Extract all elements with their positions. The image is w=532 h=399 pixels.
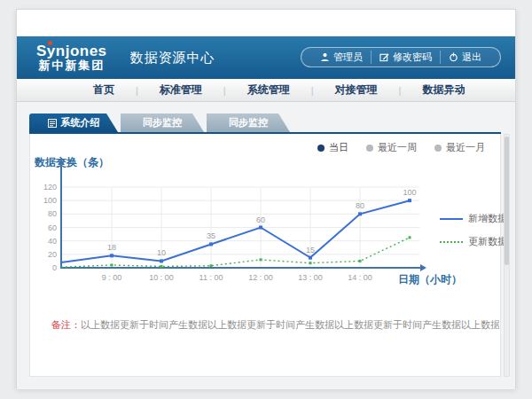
svg-text:15: 15 <box>306 246 315 254</box>
radio-dot-icon <box>317 145 325 152</box>
tab-label: 同步监控 <box>229 116 268 129</box>
svg-text:9 : 00: 9 : 00 <box>102 273 122 282</box>
edit-icon <box>379 52 389 62</box>
svg-text:35: 35 <box>207 231 215 240</box>
svg-text:12 : 00: 12 : 00 <box>248 273 273 282</box>
app-window: Synjones 新中新集团 数据资源中心 管理员 修改密码 退 <box>16 9 516 388</box>
svg-text:60: 60 <box>48 223 57 232</box>
radio-dot-icon <box>434 145 442 152</box>
user-icon <box>320 52 330 62</box>
change-password-button[interactable]: 修改密码 <box>371 51 440 64</box>
svg-text:14 : 00: 14 : 00 <box>348 273 372 282</box>
footnote-text: 以上数据更新于时间产生数据以上数据更新于时间产生数据以上数据更新于时间产生数据以… <box>81 319 499 330</box>
radio-label: 最近一月 <box>446 141 485 154</box>
main-nav: 首页 | 标准管理 | 系统管理 | 对接管理 | 数据异动 <box>17 79 515 102</box>
svg-text:10 : 00: 10 : 00 <box>149 273 174 282</box>
svg-text:100: 100 <box>43 196 57 205</box>
radio-dot-icon <box>366 145 373 152</box>
nav-item-standard-mgmt[interactable]: 标准管理 <box>138 82 223 98</box>
radio-label: 最近一周 <box>378 141 417 154</box>
svg-text:40: 40 <box>48 237 57 246</box>
radio-today[interactable]: 当日 <box>317 141 348 154</box>
logo-text-cn: 新中新集团 <box>36 59 107 72</box>
legend-item-update-data[interactable]: 更新数据 <box>440 235 507 248</box>
footnote-label: 备注： <box>51 319 81 330</box>
chart-legend: 新增数据 更新数据 <box>440 212 507 258</box>
legend-item-new-data[interactable]: 新增数据 <box>440 212 507 225</box>
svg-text:60: 60 <box>256 215 265 224</box>
company-logo: Synjones 新中新集团 <box>36 43 107 71</box>
content-scrollbar[interactable] <box>504 134 510 377</box>
green-dotted-swatch <box>440 241 463 243</box>
page-title: 数据资源中心 <box>130 50 215 66</box>
content-area: 系统介绍 同步监控 同步监控 当日 最近一周 最近一月 <box>17 102 515 389</box>
svg-text:80: 80 <box>48 209 57 218</box>
legend-label: 更新数据 <box>468 235 507 248</box>
window-top-strip <box>17 10 515 36</box>
svg-text:日期（小时）: 日期（小时） <box>398 273 462 286</box>
logout-button[interactable]: 退出 <box>440 51 489 64</box>
svg-text:20: 20 <box>48 250 57 259</box>
svg-text:10: 10 <box>157 248 166 257</box>
svg-text:120: 120 <box>43 183 57 192</box>
svg-text:100: 100 <box>403 188 416 197</box>
line-chart: 0204060801001209 : 0010 : 0011 : 0012 : … <box>43 158 487 293</box>
radio-label: 当日 <box>329 141 348 154</box>
logout-label: 退出 <box>462 51 481 64</box>
tab-label: 同步监控 <box>143 116 182 129</box>
nav-item-interface-mgmt[interactable]: 对接管理 <box>314 82 399 98</box>
user-name-label: 管理员 <box>333 51 363 64</box>
document-icon <box>48 119 57 128</box>
radio-last-month[interactable]: 最近一月 <box>434 141 485 154</box>
tab-label: 系统介绍 <box>61 116 100 129</box>
nav-item-home[interactable]: 首页 <box>72 82 136 98</box>
tab-bar: 系统介绍 同步监控 同步监控 <box>29 113 290 132</box>
svg-text:0: 0 <box>52 263 57 272</box>
svg-text:80: 80 <box>356 201 364 210</box>
tab-sync-monitor-2[interactable]: 同步监控 <box>207 113 290 132</box>
nav-item-data-change[interactable]: 数据异动 <box>401 82 486 98</box>
scrollbar-thumb[interactable] <box>505 137 509 265</box>
blue-line-swatch <box>440 218 463 220</box>
time-range-filter: 当日 最近一周 最近一月 <box>317 141 485 154</box>
user-toolbar: 管理员 修改密码 退出 <box>301 47 501 67</box>
logo-text-en: Synjones <box>36 43 107 59</box>
tab-system-intro[interactable]: 系统介绍 <box>29 113 118 132</box>
change-password-label: 修改密码 <box>393 51 432 64</box>
legend-label: 新增数据 <box>468 212 507 225</box>
nav-item-system-mgmt[interactable]: 系统管理 <box>226 82 311 98</box>
svg-text:11 : 00: 11 : 00 <box>200 273 223 282</box>
svg-text:18: 18 <box>107 243 116 252</box>
footnote: 备注：以上数据更新于时间产生数据以上数据更新于时间产生数据以上数据更新于时间产生… <box>51 318 499 332</box>
current-user[interactable]: 管理员 <box>312 51 371 64</box>
radio-last-week[interactable]: 最近一周 <box>366 141 417 154</box>
power-icon <box>449 52 458 62</box>
tab-sync-monitor-1[interactable]: 同步监控 <box>121 113 204 132</box>
svg-text:13 : 00: 13 : 00 <box>298 273 323 282</box>
